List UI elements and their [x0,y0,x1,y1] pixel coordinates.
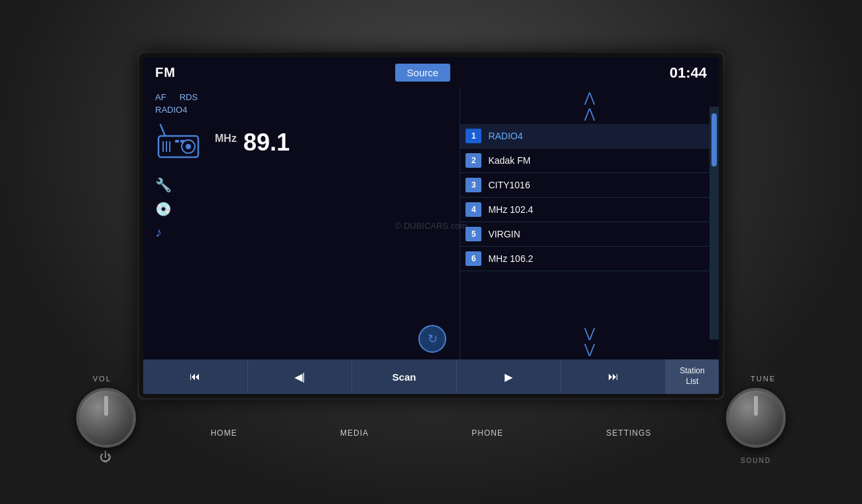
vol-label: VOL [93,375,111,383]
screen-body: AF RDS RADIO4 [143,87,719,359]
settings-button[interactable]: SETTINGS [606,428,651,438]
station-number: 1 [465,129,481,143]
prev-button[interactable]: ⏮ [143,359,248,394]
scrollbar-thumb[interactable] [711,113,717,166]
station-number: 2 [465,153,481,168]
power-symbol: ⏻ [99,450,113,464]
screen-content: © DUBICARS.com FM Source 01:44 AF RDS RA… [143,57,719,394]
scrollbar-track [709,107,719,340]
next-button[interactable]: ⏭ [561,359,666,394]
scroll-up-button[interactable]: ⋀⋀ [460,87,719,124]
scroll-down-button[interactable]: ⋁⋁ [460,322,719,359]
station-list: 1RADIO42Kadak FM3CITY10164MHz 102.45VIRG… [460,124,719,322]
wrench-icon[interactable]: 🔧 [155,177,448,193]
media-button[interactable]: MEDIA [340,428,369,438]
car-frame: VOL TUNE SOUND ⏻ HOME MEDIA PHONE SETTIN… [0,0,862,504]
station-name: CITY1016 [488,180,713,190]
station-item[interactable]: 6MHz 106.2 [460,247,719,271]
rds-label: RDS [180,92,198,102]
frequency-value: 89.1 [243,129,290,156]
scan-button[interactable]: Scan [352,359,457,394]
station-item[interactable]: 4MHz 102.4 [460,198,719,222]
station-item[interactable]: 1RADIO4 [460,124,719,149]
station-item[interactable]: 3CITY1016 [460,173,719,198]
station-item[interactable]: 2Kadak FM [460,149,719,173]
radio-info-bar: AF RDS [155,92,448,102]
station-list-button[interactable]: StationList [666,359,719,394]
music-note-icon[interactable]: ♪ [155,225,448,240]
station-number: 3 [465,178,481,192]
station-list-panel: ⋀⋀ 1RADIO42Kadak FM3CITY10164MHz 102.45V… [460,87,719,359]
radio-icon-area: MHz 89.1 [155,121,448,164]
station-number: 6 [465,251,481,266]
radio-mode-title: FM [155,65,176,80]
tune-label: TUNE [751,375,776,383]
nav-buttons: HOME MEDIA PHONE SETTINGS [159,428,703,438]
left-panel: AF RDS RADIO4 [143,87,460,359]
svg-rect-7 [175,140,179,143]
home-button[interactable]: HOME [211,428,237,438]
refresh-button-area: ↻ [418,325,446,353]
current-station-name: RADIO4 [155,105,448,115]
refresh-button[interactable]: ↻ [418,325,446,353]
source-button[interactable]: Source [395,64,451,82]
svg-rect-0 [158,136,198,157]
infotainment-screen: © DUBICARS.com FM Source 01:44 AF RDS RA… [139,53,723,398]
frequency-display: MHz 89.1 [215,129,290,157]
vol-knob[interactable] [76,388,136,448]
screen-header: FM Source 01:44 [143,57,719,87]
play-button[interactable]: ▶ [457,359,562,394]
svg-line-1 [160,125,165,136]
rewind-button[interactable]: ◀| [248,359,353,394]
station-name: VIRGIN [488,229,713,239]
svg-point-6 [186,144,191,149]
clock-display: 01:44 [670,64,707,82]
station-number: 5 [465,227,481,241]
station-name: MHz 106.2 [488,253,713,264]
music-disc-icon[interactable]: 💿 [155,201,448,217]
station-name: MHz 102.4 [488,204,713,215]
tune-knob[interactable] [726,388,786,448]
svg-rect-8 [180,140,184,143]
freq-unit: MHz [215,133,237,144]
station-item[interactable]: 5VIRGIN [460,222,719,247]
station-name: RADIO4 [488,131,713,141]
phone-button[interactable]: PHONE [471,428,503,438]
side-icons: 🔧 💿 ♪ [155,177,448,240]
radio-icon [155,121,202,164]
station-number: 4 [465,202,481,217]
sound-label: SOUND [741,457,771,464]
station-name: Kadak FM [488,155,713,166]
af-label: AF [155,92,166,102]
media-controls-bar: ⏮ ◀| Scan ▶ ⏭ StationList [143,359,719,394]
